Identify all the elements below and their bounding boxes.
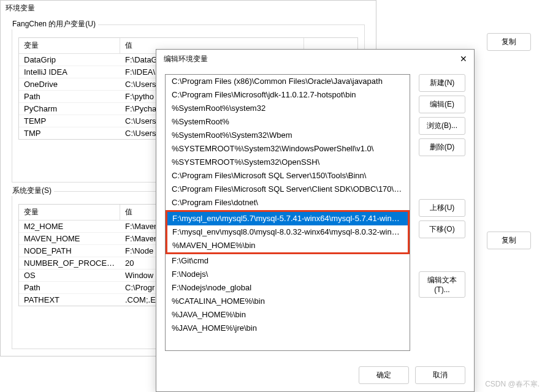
close-icon[interactable]: ✕ [458, 53, 469, 64]
list-item[interactable]: %MAVEN_HOME%\bin [167, 239, 408, 252]
list-item[interactable]: C:\Program Files\Microsoft SQL Server\15… [166, 169, 410, 183]
list-item[interactable]: F:\Nodejs\node_global [166, 281, 410, 295]
cancel-button[interactable]: 取消 [415, 366, 465, 384]
ok-button[interactable]: 确定 [359, 366, 409, 384]
list-item[interactable]: %JAVA_HOME%\jre\bin [166, 322, 410, 335]
list-item[interactable]: %CATALINA_HOME%\bin [166, 295, 410, 308]
list-item[interactable]: %SystemRoot%\System32\Wbem [166, 129, 410, 142]
highlight-annotation: F:\mysql_env\mysql5.7\mysql-5.7.41-winx6… [166, 210, 410, 254]
list-item[interactable]: C:\Program Files\dotnet\ [166, 196, 410, 209]
dialog-footer: 确定 取消 [359, 366, 465, 384]
button-column: 新建(N) 编辑(E) 浏览(B)... 删除(D) 上移(U) 下移(O) 编… [410, 74, 465, 351]
edit-text-button[interactable]: 编辑文本(T)... [419, 271, 465, 298]
dialog-title: 环境变量 [1, 1, 376, 16]
list-item[interactable]: F:\Git\cmd [166, 254, 410, 268]
path-listbox[interactable]: C:\Program Files (x86)\Common Files\Orac… [165, 74, 410, 351]
edit-button[interactable]: 编辑(E) [419, 96, 465, 113]
new-button[interactable]: 新建(N) [419, 74, 465, 92]
list-item[interactable]: %SystemRoot%\system32 [166, 102, 410, 115]
browse-button[interactable]: 浏览(B)... [419, 117, 465, 135]
user-vars-label: FangChen 的用户变量(U) [10, 19, 98, 29]
copy-button[interactable]: 复制 [487, 232, 531, 249]
list-item[interactable]: F:\Nodejs\ [166, 268, 410, 281]
move-up-button[interactable]: 上移(U) [419, 199, 465, 217]
list-item[interactable]: %SystemRoot% [166, 115, 410, 129]
list-item[interactable]: %JAVA_HOME%\bin [166, 308, 410, 322]
list-item[interactable]: %SYSTEMROOT%\System32\WindowsPowerShell\… [166, 142, 410, 156]
list-item[interactable]: C:\Program Files\Microsoft\jdk-11.0.12.7… [166, 88, 410, 102]
copy-button[interactable]: 复制 [487, 33, 531, 51]
list-item[interactable]: %SYSTEMROOT%\System32\OpenSSH\ [166, 156, 410, 169]
col-variable[interactable]: 变量 [19, 38, 120, 53]
dialog-title: 编辑环境变量 [164, 54, 208, 64]
watermark: CSDN @春不寒. [485, 379, 540, 390]
edit-env-var-dialog: 编辑环境变量 ✕ C:\Program Files (x86)\Common F… [156, 49, 475, 392]
dialog-titlebar: 编辑环境变量 ✕ [156, 50, 474, 68]
move-down-button[interactable]: 下移(O) [419, 221, 465, 238]
sys-vars-label: 系统变量(S) [10, 186, 54, 196]
list-item-selected[interactable]: F:\mysql_env\mysql5.7\mysql-5.7.41-winx6… [167, 212, 408, 225]
delete-button[interactable]: 删除(D) [419, 138, 465, 156]
col-variable[interactable]: 变量 [19, 205, 120, 220]
list-item[interactable]: C:\Program Files\Microsoft SQL Server\Cl… [166, 183, 410, 196]
list-item[interactable]: F:\mysql_env\mysql8.0\mysql-8.0.32-winx6… [167, 225, 408, 239]
list-item[interactable]: C:\Program Files (x86)\Common Files\Orac… [166, 75, 410, 88]
